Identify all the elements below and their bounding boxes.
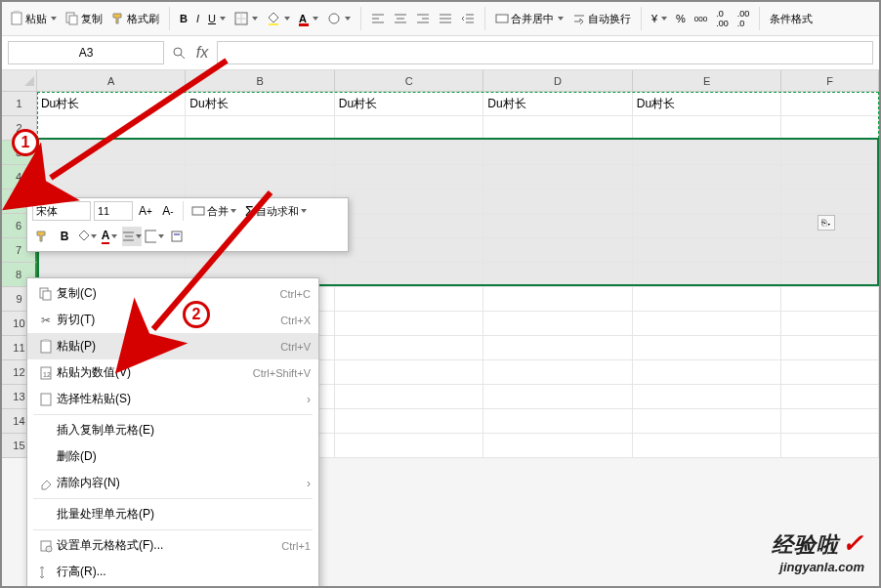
comma-button[interactable]: 000	[691, 13, 711, 25]
cell[interactable]	[483, 434, 632, 458]
col-header[interactable]: E	[633, 70, 781, 92]
align-icon[interactable]	[122, 227, 142, 246]
formula-bar[interactable]	[217, 41, 873, 64]
cell[interactable]	[335, 238, 483, 263]
cell[interactable]	[37, 165, 186, 189]
cell[interactable]	[781, 434, 879, 458]
ctx-paste-values[interactable]: 12 粘贴为数值(V) Ctrl+Shift+V	[27, 359, 318, 386]
cell[interactable]	[633, 360, 781, 385]
border-button[interactable]	[231, 10, 262, 27]
cell[interactable]	[483, 287, 632, 312]
cell[interactable]	[633, 336, 781, 360]
cell[interactable]	[633, 214, 781, 238]
cell[interactable]	[781, 360, 879, 385]
ctx-cut[interactable]: ✂ 剪切(T) Ctrl+X	[27, 307, 318, 333]
cell[interactable]	[483, 312, 632, 336]
paste-options-icon[interactable]: ⎘▾	[818, 215, 835, 231]
conditional-format-button[interactable]: 条件格式	[766, 10, 817, 28]
font-color-icon[interactable]: A	[100, 227, 119, 246]
fx-icon[interactable]: fx	[193, 44, 211, 62]
cell[interactable]	[483, 214, 632, 238]
ctx-format-cells[interactable]: 设置单元格格式(F)... Ctrl+1	[27, 532, 318, 559]
align-justify-button[interactable]	[435, 10, 456, 27]
cell[interactable]	[483, 189, 632, 214]
ctx-batch[interactable]: 批量处理单元格(P)	[27, 501, 318, 527]
fill-color-button[interactable]	[263, 10, 294, 27]
cell[interactable]: Du村长	[335, 92, 483, 116]
decrease-font-icon[interactable]: A-	[158, 201, 178, 221]
cell[interactable]	[633, 165, 781, 189]
ctx-paste[interactable]: 粘贴(P) Ctrl+V	[27, 333, 318, 359]
cell[interactable]	[335, 385, 483, 409]
col-header[interactable]: A	[37, 70, 186, 92]
cell[interactable]	[335, 434, 483, 458]
cell[interactable]	[335, 189, 483, 214]
cell[interactable]	[781, 165, 879, 189]
cell[interactable]	[335, 409, 483, 434]
cell[interactable]: Du村长	[37, 92, 186, 116]
currency-button[interactable]: ¥	[648, 11, 671, 26]
cell[interactable]	[335, 336, 483, 360]
ctx-clear[interactable]: 清除内容(N) ›	[27, 470, 318, 496]
row-header[interactable]: 1	[2, 92, 37, 116]
increase-decimal-button[interactable]: .00.0	[734, 7, 754, 30]
border-icon[interactable]	[145, 227, 164, 246]
cell[interactable]	[781, 336, 879, 360]
cell[interactable]	[633, 409, 781, 434]
cell[interactable]	[335, 287, 483, 312]
cell[interactable]	[483, 385, 632, 409]
cell[interactable]	[633, 238, 781, 263]
highlight-button[interactable]	[323, 10, 355, 27]
cell[interactable]	[483, 263, 632, 287]
cell[interactable]	[633, 141, 781, 165]
cell[interactable]	[483, 165, 632, 189]
cell[interactable]	[633, 116, 781, 141]
cell[interactable]	[335, 263, 483, 287]
cell[interactable]	[37, 116, 186, 141]
cell[interactable]	[781, 92, 879, 116]
align-left-button[interactable]	[367, 10, 389, 27]
cell[interactable]	[633, 287, 781, 312]
row-header[interactable]: 4	[2, 165, 37, 189]
align-center-button[interactable]	[390, 10, 411, 27]
merge-center-button[interactable]: 合并居中	[491, 10, 567, 28]
ctx-insert-copied[interactable]: 插入复制单元格(E)	[27, 417, 318, 443]
mini-merge-button[interactable]: 合并	[189, 201, 239, 221]
cell[interactable]	[335, 116, 483, 141]
auto-wrap-button[interactable]: 自动换行	[568, 10, 635, 28]
format-painter-icon[interactable]	[32, 227, 52, 246]
bold-button[interactable]: B	[176, 11, 191, 26]
format-icon[interactable]	[167, 227, 187, 246]
select-all-corner[interactable]	[2, 70, 37, 92]
cell[interactable]	[335, 141, 483, 165]
underline-button[interactable]: U	[204, 11, 230, 26]
col-header[interactable]: D	[483, 70, 632, 92]
ctx-row-height[interactable]: 行高(R)...	[27, 559, 318, 585]
cell[interactable]	[781, 141, 879, 165]
cell[interactable]	[335, 360, 483, 385]
cell[interactable]	[186, 141, 334, 165]
cell[interactable]	[781, 238, 879, 263]
fill-color-icon[interactable]	[77, 227, 97, 246]
cell[interactable]	[483, 238, 632, 263]
increase-font-icon[interactable]: A+	[136, 201, 155, 221]
italic-button[interactable]: I	[192, 11, 203, 26]
cell[interactable]	[483, 116, 632, 141]
cell[interactable]: Du村长	[186, 92, 334, 116]
copy-button[interactable]: 复制	[62, 10, 106, 28]
cell[interactable]	[633, 263, 781, 287]
cell[interactable]	[483, 336, 632, 360]
cell[interactable]	[781, 116, 879, 141]
mini-autosum-button[interactable]: Σ自动求和	[242, 201, 310, 221]
cell[interactable]	[781, 287, 879, 312]
cell[interactable]	[186, 165, 334, 189]
cell[interactable]: Du村长	[633, 92, 781, 116]
mini-font-name[interactable]	[32, 201, 91, 221]
cell[interactable]	[186, 116, 334, 141]
col-header[interactable]: F	[781, 70, 879, 92]
cell[interactable]	[633, 434, 781, 458]
name-box[interactable]	[8, 41, 164, 64]
cell[interactable]	[781, 385, 879, 409]
cell[interactable]	[781, 189, 879, 214]
cell[interactable]	[633, 385, 781, 409]
